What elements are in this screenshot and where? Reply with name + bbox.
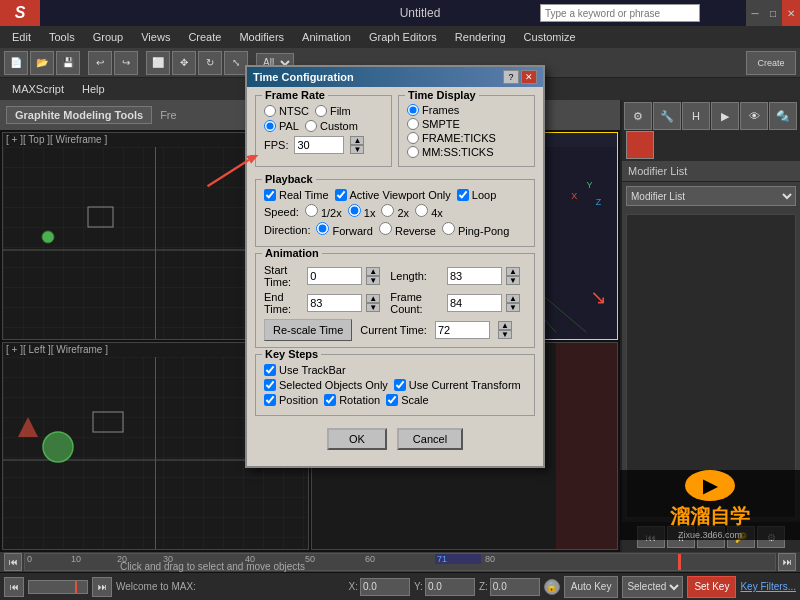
pal-custom-row: PAL Custom — [264, 120, 383, 132]
selected-objects-label[interactable]: Selected Objects Only — [264, 379, 388, 391]
speed-4x-radio[interactable] — [415, 204, 428, 217]
start-time-up[interactable]: ▲ — [366, 267, 380, 276]
frame-count-label: Frame Count: — [390, 291, 439, 315]
use-trackbar-label[interactable]: Use TrackBar — [264, 364, 346, 376]
forward-radio[interactable] — [316, 222, 329, 235]
reverse-radio[interactable] — [379, 222, 392, 235]
frame-count-up[interactable]: ▲ — [506, 294, 520, 303]
dialog-close-button[interactable]: ✕ — [521, 70, 537, 84]
position-label[interactable]: Position — [264, 394, 318, 406]
end-time-up[interactable]: ▲ — [366, 294, 380, 303]
end-time-down[interactable]: ▼ — [366, 303, 380, 312]
cancel-button[interactable]: Cancel — [397, 428, 463, 450]
film-label[interactable]: Film — [315, 105, 351, 117]
speed-half-label[interactable]: 1/2x — [305, 204, 342, 219]
end-time-input[interactable] — [307, 294, 362, 312]
watermark-icon: ▶ — [685, 470, 735, 501]
app: S Untitled ─ □ ✕ Edit Tools Group Views … — [0, 0, 800, 600]
dialog-title: Time Configuration — [253, 71, 354, 83]
use-trackbar-checkbox[interactable] — [264, 364, 276, 376]
film-radio[interactable] — [315, 105, 327, 117]
dialog-buttons: OK Cancel — [255, 422, 535, 458]
active-viewport-label[interactable]: Active Viewport Only — [335, 189, 451, 201]
forward-label[interactable]: Forward — [316, 222, 372, 237]
loop-label[interactable]: Loop — [457, 189, 496, 201]
dialog-help-button[interactable]: ? — [503, 70, 519, 84]
start-time-input[interactable] — [307, 267, 362, 285]
custom-label[interactable]: Custom — [305, 120, 358, 132]
fps-up-button[interactable]: ▲ — [350, 136, 364, 145]
rotation-checkbox[interactable] — [324, 394, 336, 406]
scale-checkbox[interactable] — [386, 394, 398, 406]
frame-rate-section: Frame Rate NTSC Film — [255, 95, 392, 167]
length-up[interactable]: ▲ — [506, 267, 520, 276]
length-spinner: ▲ ▼ — [506, 267, 526, 285]
rescale-button[interactable]: Re-scale Time — [264, 319, 352, 341]
smpte-label: SMPTE — [422, 118, 460, 130]
current-time-spinner: ▲ ▼ — [498, 321, 512, 339]
time-config-dialog: Time Configuration ? ✕ Frame Rate — [245, 65, 545, 468]
speed-1x-radio[interactable] — [348, 204, 361, 217]
ping-pong-radio[interactable] — [442, 222, 455, 235]
frame-ticks-label: FRAME:TICKS — [422, 132, 496, 144]
smpte-radio[interactable] — [407, 118, 419, 130]
rotation-label[interactable]: Rotation — [324, 394, 380, 406]
use-current-transform-checkbox[interactable] — [394, 379, 406, 391]
watermark: ▶ 溜溜自学 Zixue.3d66.com — [620, 470, 800, 540]
dialog-content: Frame Rate NTSC Film — [247, 87, 543, 466]
ntsc-radio[interactable] — [264, 105, 276, 117]
fps-down-button[interactable]: ▼ — [350, 145, 364, 154]
length-label: Length: — [390, 270, 439, 282]
ntsc-label[interactable]: NTSC — [264, 105, 309, 117]
length-down[interactable]: ▼ — [506, 276, 520, 285]
end-time-spinner: ▲ ▼ — [366, 294, 386, 312]
ping-pong-label[interactable]: Ping-Pong — [442, 222, 509, 237]
active-viewport-checkbox[interactable] — [335, 189, 347, 201]
current-time-label: Current Time: — [360, 324, 427, 336]
mm-ss-ticks-radio[interactable] — [407, 146, 419, 158]
fps-row: FPS: ▲ ▼ — [264, 136, 383, 154]
ok-button[interactable]: OK — [327, 428, 387, 450]
use-trackbar-row: Use TrackBar — [264, 364, 526, 376]
speed-1x-label[interactable]: 1x — [348, 204, 376, 219]
speed-half-radio[interactable] — [305, 204, 318, 217]
position-checkbox[interactable] — [264, 394, 276, 406]
current-time-up[interactable]: ▲ — [498, 321, 512, 330]
use-current-transform-label[interactable]: Use Current Transform — [394, 379, 521, 391]
frame-count-input[interactable] — [447, 294, 502, 312]
frame-ticks-radio[interactable] — [407, 132, 419, 144]
scale-label[interactable]: Scale — [386, 394, 429, 406]
frame-count-down[interactable]: ▼ — [506, 303, 520, 312]
real-time-checkbox[interactable] — [264, 189, 276, 201]
frames-radio[interactable] — [407, 104, 419, 116]
animation-title: Animation — [262, 247, 322, 259]
fps-input[interactable] — [294, 136, 344, 154]
playback-title: Playback — [262, 173, 316, 185]
length-input[interactable] — [447, 267, 502, 285]
dialog-titlebar: Time Configuration ? ✕ — [247, 67, 543, 87]
start-time-down[interactable]: ▼ — [366, 276, 380, 285]
speed-row: Speed: 1/2x 1x 2x 4x — [264, 204, 526, 219]
direction-row: Direction: Forward Reverse Ping-Pong — [264, 222, 526, 237]
loop-checkbox[interactable] — [457, 189, 469, 201]
pal-label[interactable]: PAL — [264, 120, 299, 132]
svg-line-29 — [208, 160, 249, 186]
selected-objects-row: Selected Objects Only Use Current Transf… — [264, 379, 526, 391]
smpte-row: SMPTE — [407, 118, 526, 130]
speed-2x-label[interactable]: 2x — [381, 204, 409, 219]
speed-2x-radio[interactable] — [381, 204, 394, 217]
dialog-overlay: Time Configuration ? ✕ Frame Rate — [0, 0, 800, 600]
time-display-section: Time Display Frames SMPTE FRAME:TICKS — [398, 95, 535, 167]
selected-objects-checkbox[interactable] — [264, 379, 276, 391]
fps-spinner: ▲ ▼ — [350, 136, 364, 154]
speed-4x-label[interactable]: 4x — [415, 204, 443, 219]
current-time-down[interactable]: ▼ — [498, 330, 512, 339]
pal-radio[interactable] — [264, 120, 276, 132]
fps-label: FPS: — [264, 139, 288, 151]
real-time-label[interactable]: Real Time — [264, 189, 329, 201]
reverse-label[interactable]: Reverse — [379, 222, 436, 237]
ntsc-film-row: NTSC Film — [264, 105, 383, 117]
logo-text: S — [15, 4, 26, 22]
custom-radio[interactable] — [305, 120, 317, 132]
current-time-input[interactable] — [435, 321, 490, 339]
